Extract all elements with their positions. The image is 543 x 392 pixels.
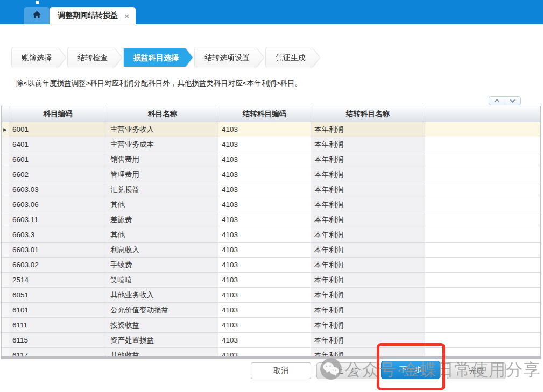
- cell-subject-name[interactable]: 利息收入: [107, 243, 218, 258]
- scroll-down-button[interactable]: [505, 97, 521, 105]
- cell-subject-code[interactable]: 6603.11: [9, 212, 107, 227]
- table-row[interactable]: ▶ 6001 主营业务收入 4103 本年利润: [2, 122, 540, 137]
- cancel-button[interactable]: 取消: [251, 362, 311, 379]
- cell-target-code[interactable]: 4103: [218, 243, 311, 258]
- cell-target-name[interactable]: 本年利润: [311, 137, 425, 152]
- home-tab[interactable]: [24, 7, 50, 24]
- wizard-step-5[interactable]: 凭证生成: [266, 48, 320, 67]
- table-row[interactable]: 6115 资产处置损益 4103 本年利润: [2, 333, 540, 348]
- wizard-step-1[interactable]: 账簿选择: [12, 48, 66, 67]
- cell-subject-name[interactable]: 笑嘻嘻: [107, 273, 218, 288]
- cell-subject-code[interactable]: 2514: [9, 273, 107, 288]
- cell-subject-name[interactable]: 其他: [107, 197, 218, 212]
- cell-subject-code[interactable]: 6401: [9, 137, 107, 152]
- cell-subject-code[interactable]: 6603.03: [9, 182, 107, 197]
- cell-target-code[interactable]: 4103: [218, 212, 311, 227]
- cell-subject-code[interactable]: 6001: [9, 122, 107, 137]
- column-header[interactable]: 科目名称: [107, 106, 218, 122]
- cell-target-code[interactable]: 4103: [218, 258, 311, 273]
- cell-subject-name[interactable]: 其他业务收入: [107, 288, 218, 303]
- cell-target-name[interactable]: 本年利润: [311, 152, 425, 167]
- cell-target-code[interactable]: 4103: [218, 197, 311, 212]
- cell-subject-code[interactable]: 6115: [9, 333, 107, 348]
- wizard-step-3[interactable]: 损益科目选择: [124, 48, 193, 67]
- table-row[interactable]: 6602 管理费用 4103 本年利润: [2, 167, 540, 182]
- wizard-step-2[interactable]: 结转检查: [68, 48, 122, 67]
- table-row[interactable]: 6601 销售费用 4103 本年利润: [2, 152, 540, 167]
- cell-target-name[interactable]: 本年利润: [311, 288, 425, 303]
- cell-subject-code[interactable]: 6111: [9, 318, 107, 333]
- cell-target-name[interactable]: 本年利润: [311, 227, 425, 243]
- cell-subject-code[interactable]: 6117: [9, 348, 107, 356]
- cell-target-name[interactable]: 本年利润: [311, 122, 425, 137]
- cell-target-name[interactable]: 本年利润: [311, 318, 425, 333]
- cell-subject-code[interactable]: 6601: [9, 152, 107, 167]
- cell-subject-name[interactable]: 公允价值变动损益: [107, 303, 218, 318]
- cell-target-code[interactable]: 4103: [218, 288, 311, 303]
- cell-subject-name[interactable]: 投资收益: [107, 318, 218, 333]
- cell-target-code[interactable]: 4103: [218, 152, 311, 167]
- cell-target-code[interactable]: 4103: [218, 137, 311, 152]
- tab-carryover-profit-loss[interactable]: 调整期间结转损益 ×: [50, 7, 136, 24]
- cell-subject-code[interactable]: 6603.06: [9, 197, 107, 212]
- cell-subject-name[interactable]: 汇兑损益: [107, 182, 218, 197]
- cell-target-name[interactable]: 本年利润: [311, 182, 425, 197]
- cell-target-name[interactable]: 本年利润: [311, 348, 425, 356]
- cell-subject-name[interactable]: 资产处置损益: [107, 333, 218, 348]
- table-row[interactable]: 6603.06 其他 4103 本年利润: [2, 197, 540, 212]
- cell-target-name[interactable]: 本年利润: [311, 212, 425, 227]
- cell-target-code[interactable]: 4103: [218, 122, 311, 137]
- table-row[interactable]: 6117 其他收益 4103 本年利润: [2, 348, 540, 356]
- scroll-up-button[interactable]: [489, 97, 505, 105]
- cell-target-name[interactable]: 本年利润: [311, 273, 425, 288]
- table-row[interactable]: 6101 公允价值变动损益 4103 本年利润: [2, 303, 540, 318]
- cell-subject-name[interactable]: 主营业务收入: [107, 122, 218, 137]
- cell-target-name[interactable]: 本年利润: [311, 243, 425, 258]
- cell-target-name[interactable]: 本年利润: [311, 167, 425, 182]
- table-row[interactable]: 6603.01 利息收入 4103 本年利润: [2, 243, 540, 258]
- cell-subject-code[interactable]: 6603.01: [9, 243, 107, 258]
- cell-filler: [425, 243, 540, 258]
- cell-target-code[interactable]: 4103: [218, 348, 311, 356]
- cell-subject-code[interactable]: 6101: [9, 303, 107, 318]
- table-bottom-scrollbar[interactable]: [1, 356, 541, 359]
- table-row[interactable]: 2514 笑嘻嘻 4103 本年利润: [2, 273, 540, 288]
- cell-subject-code[interactable]: 6051: [9, 288, 107, 303]
- cell-subject-code[interactable]: 6602: [9, 167, 107, 182]
- cell-subject-name[interactable]: 差旅费: [107, 212, 218, 227]
- column-header[interactable]: 科目编码: [9, 106, 107, 122]
- table-row[interactable]: 6111 投资收益 4103 本年利润: [2, 318, 540, 333]
- cell-subject-name[interactable]: 其他: [107, 227, 218, 243]
- cell-subject-name[interactable]: 管理费用: [107, 167, 218, 182]
- cell-target-code[interactable]: 4103: [218, 273, 311, 288]
- table-row[interactable]: 6051 其他业务收入 4103 本年利润: [2, 288, 540, 303]
- wizard-step-4[interactable]: 结转选项设置: [195, 48, 264, 67]
- cell-target-code[interactable]: 4103: [218, 227, 311, 243]
- close-icon[interactable]: ×: [124, 12, 129, 20]
- column-header[interactable]: 结转科目名称: [311, 106, 425, 122]
- cell-subject-code[interactable]: 6603.3: [9, 227, 107, 243]
- cell-subject-name[interactable]: 其他收益: [107, 348, 218, 356]
- cell-subject-code[interactable]: 6603.02: [9, 258, 107, 273]
- table-row[interactable]: 6603.02 手续费 4103 本年利润: [2, 258, 540, 273]
- table-row[interactable]: 6603.11 差旅费 4103 本年利润: [2, 212, 540, 227]
- table-row[interactable]: 6603.3 其他 4103 本年利润: [2, 227, 540, 243]
- cell-target-code[interactable]: 4103: [218, 333, 311, 348]
- cell-subject-name[interactable]: 销售费用: [107, 152, 218, 167]
- previous-step-button[interactable]: 上一步: [316, 362, 378, 379]
- cell-target-code[interactable]: 4103: [218, 318, 311, 333]
- column-header[interactable]: 结转科目编码: [218, 106, 311, 122]
- cell-subject-name[interactable]: 手续费: [107, 258, 218, 273]
- cell-target-code[interactable]: 4103: [218, 182, 311, 197]
- table-row[interactable]: 6401 主营业务成本 4103 本年利润: [2, 137, 540, 152]
- cell-target-name[interactable]: 本年利润: [311, 303, 425, 318]
- cell-target-code[interactable]: 4103: [218, 167, 311, 182]
- finish-button[interactable]: 完成: [447, 362, 506, 379]
- next-step-button[interactable]: 下一步: [381, 361, 440, 379]
- cell-target-name[interactable]: 本年利润: [311, 197, 425, 212]
- cell-target-code[interactable]: 4103: [218, 303, 311, 318]
- cell-subject-name[interactable]: 主营业务成本: [107, 137, 218, 152]
- cell-target-name[interactable]: 本年利润: [311, 258, 425, 273]
- cell-target-name[interactable]: 本年利润: [311, 333, 425, 348]
- table-row[interactable]: 6603.03 汇兑损益 4103 本年利润: [2, 182, 540, 197]
